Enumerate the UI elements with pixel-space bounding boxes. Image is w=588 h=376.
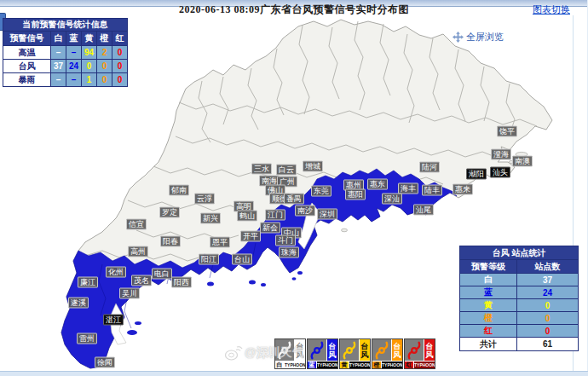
warning-stats-title: 当前预警信号统计信息 <box>3 19 128 32</box>
typhoon-signal-icon: 台风蓝TYPHOON <box>307 338 338 369</box>
signal-count-cell: – <box>51 46 66 60</box>
signal-count-cell: 0 <box>97 60 112 73</box>
current-warning-stats-table: 当前预警信号统计信息预警信号白蓝黄橙红高温––9420台风3724000暴雨––… <box>3 18 128 87</box>
signal-count-cell: 0 <box>112 46 128 60</box>
signal-level-label: 黄 <box>340 362 349 368</box>
column-header: 白 <box>51 32 66 46</box>
station-row: 蓝24 <box>460 286 579 299</box>
signal-level-label: 白 <box>275 362 285 368</box>
signal-count-cell: 1 <box>82 73 97 87</box>
station-row: 红0 <box>460 325 579 338</box>
signal-count-cell: 2 <box>97 46 112 60</box>
count-cell: 0 <box>517 299 579 312</box>
stat-row: 暴雨––100 <box>3 73 128 87</box>
signal-count-cell: 24 <box>66 60 82 73</box>
level-cell: 白 <box>460 274 517 286</box>
column-header: 站点数 <box>517 260 579 274</box>
count-cell: 0 <box>517 325 579 338</box>
station-row: 白37 <box>460 274 579 286</box>
signal-zh-label: 台风 <box>392 339 402 361</box>
typhoon-signal-icon: 台风橙TYPHOON <box>372 338 403 369</box>
typhoon-spiral-glyph <box>340 339 360 361</box>
column-header: 预警等级 <box>460 260 517 274</box>
signal-name-cell: 台风 <box>3 60 51 73</box>
signal-count-cell: 0 <box>112 73 128 87</box>
total-row: 共计61 <box>460 338 579 351</box>
typhoon-signal-icon: 台风黄TYPHOON <box>339 338 371 369</box>
signal-en-label: TYPHOON <box>382 362 402 368</box>
signal-zh-label: 台风 <box>360 339 370 361</box>
signal-count-cell: 0 <box>112 60 128 73</box>
signal-en-label: TYPHOON <box>317 362 337 368</box>
signal-count-cell: 0 <box>97 73 112 87</box>
count-cell: 24 <box>517 286 579 299</box>
column-header: 蓝 <box>66 32 82 46</box>
station-row: 黄0 <box>460 299 579 312</box>
count-cell: 0 <box>517 312 579 325</box>
signal-count-cell: – <box>66 73 82 87</box>
typhoon-spiral-glyph <box>372 339 392 361</box>
typhoon-spiral-glyph <box>308 339 327 361</box>
signal-count-cell: 0 <box>82 60 97 73</box>
signal-count-cell: 94 <box>82 46 97 60</box>
signal-level-label: 红 <box>405 362 414 368</box>
station-row: 橙0 <box>460 312 579 325</box>
level-cell: 红 <box>460 325 517 338</box>
typhoon-signal-legend: 台风白TYPHOON台风蓝TYPHOON台风黄TYPHOON台风橙TYPHOON… <box>274 338 435 369</box>
signal-zh-label: 台风 <box>327 339 337 361</box>
count-cell: 37 <box>517 274 579 286</box>
typhoon-spiral-glyph <box>275 339 295 361</box>
total-label-cell: 共计 <box>460 338 517 351</box>
level-cell: 蓝 <box>460 286 517 299</box>
signal-en-label: TYPHOON <box>349 362 370 368</box>
typhoon-spiral-glyph <box>405 339 424 361</box>
total-count-cell: 61 <box>517 338 579 351</box>
column-header: 黄 <box>82 32 97 46</box>
signal-name-cell: 暴雨 <box>3 73 51 87</box>
signal-level-label: 橙 <box>372 362 382 368</box>
station-stats-title: 台风 站点统计 <box>460 246 579 260</box>
typhoon-station-stats-table: 台风 站点统计预警等级站点数白37蓝24黄0橙0红0共计61 <box>459 246 579 351</box>
typhoon-signal-icon: 台风红TYPHOON <box>404 338 435 369</box>
signal-count-cell: 37 <box>51 60 66 73</box>
stat-row: 台风3724000 <box>3 60 128 73</box>
typhoon-signal-icon: 台风白TYPHOON <box>274 338 306 369</box>
level-cell: 橙 <box>460 312 517 325</box>
signal-count-cell: – <box>51 73 66 87</box>
signal-name-cell: 高温 <box>3 46 51 60</box>
signal-zh-label: 台风 <box>295 339 305 361</box>
column-header: 橙 <box>97 32 112 46</box>
column-header: 预警信号 <box>3 32 51 46</box>
signal-count-cell: – <box>66 46 82 60</box>
level-cell: 黄 <box>460 299 517 312</box>
signal-zh-label: 台风 <box>424 339 435 361</box>
column-header: 红 <box>112 32 128 46</box>
stat-row: 高温––9420 <box>3 46 128 60</box>
signal-level-label: 蓝 <box>308 362 317 368</box>
signal-en-label: TYPHOON <box>285 362 305 368</box>
signal-en-label: TYPHOON <box>414 362 435 368</box>
